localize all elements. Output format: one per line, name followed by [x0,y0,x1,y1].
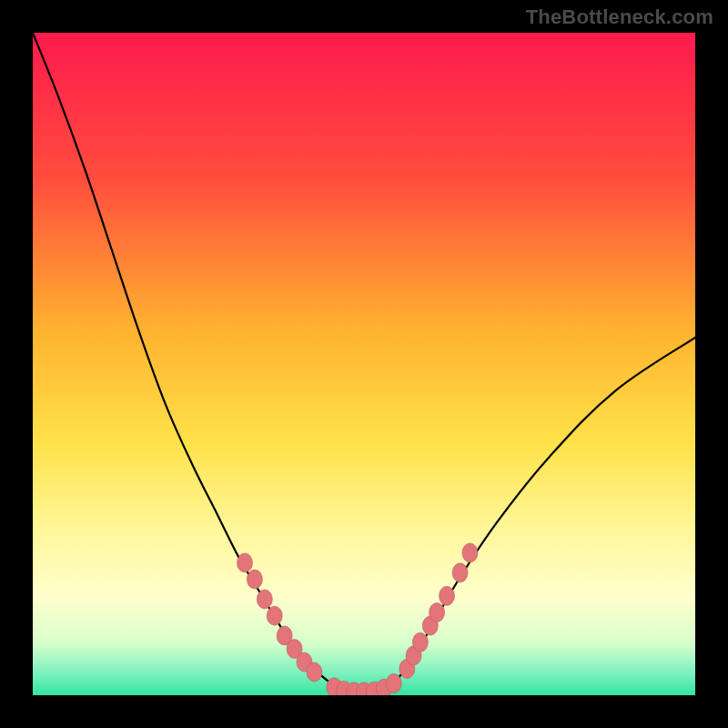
data-marker [412,632,428,652]
chart-svg [33,33,695,695]
bottleneck-curve [33,33,695,692]
watermark-text: TheBottleneck.com [526,5,713,29]
data-marker [440,586,455,605]
data-marker [386,673,401,693]
plot-area [33,33,695,695]
data-markers [237,543,478,695]
data-marker [307,662,322,682]
data-marker [257,590,272,609]
data-marker [237,553,252,572]
data-marker [267,606,282,625]
data-marker [462,543,478,562]
data-marker [452,563,468,582]
data-marker [247,570,262,589]
data-marker [430,603,445,622]
